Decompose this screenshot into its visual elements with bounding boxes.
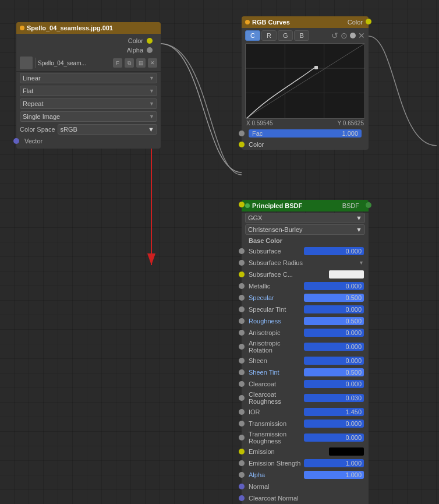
emission-label: Emission [249, 448, 329, 455]
subsurface-method-dropdown[interactable]: Christensen-Burley ▼ [245, 224, 365, 235]
specular-tint-value: 0.000 [345, 306, 362, 313]
emission-strength-slider[interactable]: 1.000 [304, 459, 364, 467]
subsurface-color-swatch[interactable] [329, 270, 364, 279]
sheen-socket[interactable] [239, 358, 245, 364]
normal-socket[interactable] [239, 484, 245, 489]
fac-input-socket[interactable] [239, 131, 245, 136]
anisotropic-rotation-slider[interactable]: 0.000 [304, 343, 364, 351]
bsdf-collapse-dot[interactable] [245, 203, 250, 208]
clearcoat-normal-row: Clearcoat Normal [242, 492, 369, 504]
ior-socket[interactable] [239, 409, 245, 415]
anisotropic-socket[interactable] [239, 330, 245, 336]
interpolation-dropdown[interactable]: Linear ▼ [20, 73, 157, 83]
metallic-socket[interactable] [239, 283, 245, 289]
distribution-arrow: ▼ [356, 214, 362, 221]
extension-dropdown[interactable]: Flat ▼ [20, 86, 157, 96]
ior-label: IOR [249, 408, 304, 415]
copy-button[interactable]: ⧉ [125, 58, 134, 68]
rgb-color-output-socket[interactable] [366, 19, 371, 24]
transmission-roughness-socket[interactable] [239, 435, 245, 440]
color-space-dropdown[interactable]: sRGB ▼ [58, 124, 157, 135]
alpha-output-socket[interactable] [147, 47, 153, 53]
transmission-label: Transmission [249, 420, 304, 427]
bsdf-output-label: BSDF [342, 202, 359, 209]
clearcoat-socket[interactable] [239, 381, 245, 387]
anisotropic-slider[interactable]: 0.000 [304, 329, 364, 337]
alpha-label: Alpha [249, 471, 304, 478]
alpha-socket[interactable] [239, 472, 245, 478]
node-collapse-dot[interactable] [20, 26, 24, 30]
bsdf-output-socket[interactable] [366, 202, 371, 208]
transmission-slider[interactable]: 0.000 [304, 420, 364, 428]
rgb-tabs-row: C R G B ↺ ⊙ ✕ [242, 28, 369, 43]
subsurface-slider[interactable]: 0.000 [304, 247, 364, 255]
subsurface-socket[interactable] [239, 248, 245, 254]
curve-display[interactable] [245, 43, 365, 119]
specular-slider[interactable]: 0.500 [304, 294, 364, 302]
anisotropic-value: 0.000 [345, 329, 362, 336]
specular-tint-row: Specular Tint 0.000 [242, 304, 369, 315]
close-button[interactable]: ✕ [148, 58, 157, 68]
browse-button[interactable]: ▤ [136, 58, 146, 68]
extension-value: Flat [23, 87, 33, 94]
tab-r[interactable]: R [261, 30, 277, 41]
rgb-collapse-dot[interactable] [245, 20, 250, 24]
clip-icon[interactable]: ⊙ [341, 31, 348, 40]
subsurface-radius-socket[interactable] [239, 260, 245, 266]
roughness-socket[interactable] [239, 318, 245, 324]
specular-socket[interactable] [239, 295, 245, 301]
vector-input-socket[interactable] [13, 138, 19, 144]
ior-slider[interactable]: 1.450 [304, 408, 364, 416]
base-color-socket[interactable] [239, 202, 245, 207]
emission-socket[interactable] [239, 449, 245, 454]
alpha-slider[interactable]: 1.000 [304, 471, 364, 479]
emission-color-swatch[interactable] [329, 447, 364, 456]
projection-value: Repeat [23, 100, 43, 107]
transmission-roughness-value: 0.000 [345, 434, 362, 441]
distribution-dropdown[interactable]: GGX ▼ [245, 213, 365, 223]
sheen-slider[interactable]: 0.000 [304, 357, 364, 365]
subsurface-method-value: Christensen-Burley [248, 226, 303, 233]
sheen-tint-socket[interactable] [239, 369, 245, 375]
color-input-socket[interactable] [239, 142, 245, 147]
subsurface-radius-arrow: ▼ [359, 260, 364, 266]
svg-line-8 [246, 44, 364, 118]
projection-dropdown[interactable]: Repeat ▼ [20, 98, 157, 109]
color-space-arrow: ▼ [148, 126, 154, 133]
subsurface-color-socket[interactable] [239, 272, 245, 277]
tab-b[interactable]: B [294, 30, 309, 41]
interpolation-value: Linear [23, 75, 41, 82]
subsurface-color-label: Subsurface C... [249, 271, 329, 278]
bsdf-title: Principled BSDF [252, 202, 340, 209]
source-dropdown[interactable]: Single Image ▼ [20, 111, 157, 122]
metallic-slider[interactable]: 0.000 [304, 282, 364, 290]
transmission-socket[interactable] [239, 421, 245, 427]
color-output-socket[interactable] [147, 38, 153, 44]
reset-icon[interactable]: ↺ [331, 31, 338, 40]
clearcoat-roughness-slider[interactable]: 0.030 [304, 394, 364, 402]
emission-strength-socket[interactable] [239, 460, 245, 466]
close-icon[interactable]: ✕ [358, 31, 365, 40]
roughness-slider[interactable]: 0.500 [304, 317, 364, 325]
clearcoat-normal-socket[interactable] [239, 495, 245, 501]
specular-tint-socket[interactable] [239, 306, 245, 312]
projection-row: Repeat ▼ [16, 97, 161, 110]
anisotropic-rotation-socket[interactable] [239, 344, 245, 350]
specular-tint-label: Specular Tint [249, 306, 304, 313]
metallic-value: 0.000 [345, 283, 362, 290]
fac-slider[interactable]: Fac 1.000 [249, 129, 362, 138]
fake-user-button[interactable]: F [113, 58, 122, 68]
metallic-row: Metallic 0.000 [242, 280, 369, 292]
rgb-curves-header: RGB Curves Color [242, 16, 369, 28]
color-output-row: Color [16, 36, 161, 45]
clearcoat-slider[interactable]: 0.000 [304, 380, 364, 388]
tab-c[interactable]: C [245, 30, 260, 41]
emission-strength-value: 1.000 [345, 460, 362, 467]
anisotropic-rotation-value: 0.000 [345, 343, 362, 350]
specular-tint-slider[interactable]: 0.000 [304, 305, 364, 313]
transmission-roughness-slider[interactable]: 0.000 [304, 433, 364, 442]
clearcoat-roughness-socket[interactable] [239, 395, 245, 401]
sheen-tint-slider[interactable]: 0.500 [304, 368, 364, 376]
tab-g[interactable]: G [278, 30, 293, 41]
color-output-label: Color [21, 37, 143, 44]
